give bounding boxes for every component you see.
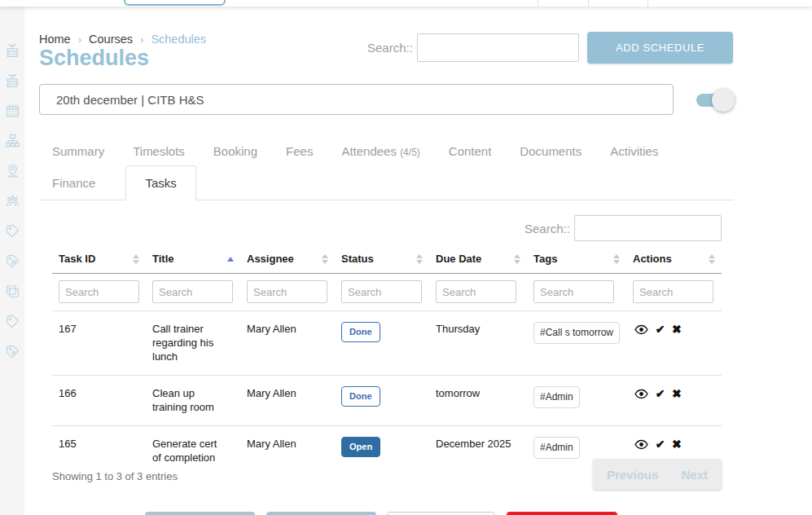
tab-tasks[interactable]: Tasks [125,165,195,200]
column-header-due-date[interactable]: Due Date [429,244,527,274]
breadcrumb-separator: › [78,33,81,46]
bottom-partial-button-3[interactable] [387,512,495,515]
task-due-cell: tomorrow [429,376,527,426]
sort-icon [322,254,328,264]
location-pin-icon[interactable] [5,163,20,178]
bottom-partial-button-1[interactable] [145,512,255,515]
column-header-title[interactable]: Title [146,244,240,274]
task-id-cell: 167 [52,311,146,376]
sort-icon [709,254,715,264]
schedules-search-input[interactable] [417,33,579,62]
table-entries-summary: Showing 1 to 3 of 3 entries [52,470,178,482]
sort-asc-icon [227,257,234,262]
page-title: Schedules [39,46,149,71]
attendees-count: (4/5) [400,147,420,158]
top-partial-outline-button[interactable] [124,0,226,6]
task-assignee-cell: Mary Allen [240,426,335,477]
column-filter-row [52,274,722,311]
view-task-icon[interactable] [634,387,648,402]
breadcrumb-schedules: Schedules [151,33,206,46]
task-assignee-cell: Mary Allen [240,311,335,376]
tasks-search-input[interactable] [574,215,722,241]
task-due-cell: December 2025 [429,426,527,477]
tab-activities[interactable]: Activities [610,144,658,158]
complete-task-icon[interactable]: ✔ [656,387,665,401]
filter-actions-input[interactable] [633,280,713,303]
tag-edit-icon[interactable] [5,344,20,359]
tag-icon[interactable] [5,223,20,239]
tag-icon[interactable] [5,314,20,329]
schedule-tabs: Summary Timeslots Booking Fees Attendees… [39,135,734,200]
tab-documents[interactable]: Documents [520,144,582,158]
bottom-partial-button-4[interactable] [507,512,617,515]
tasks-search-label: Search:: [525,222,570,235]
view-task-icon[interactable] [634,438,648,452]
tab-timeslots[interactable]: Timeslots [133,144,185,158]
filter-status-input[interactable] [341,280,422,303]
tab-summary[interactable]: Summary [52,144,104,158]
column-header-actions[interactable]: Actions [626,244,722,274]
column-header-task-id[interactable]: Task ID [52,244,146,274]
column-header-status[interactable]: Status [335,244,429,274]
task-id-cell: 166 [52,376,146,426]
tag-chip: #Admin [533,386,580,408]
courses-icon[interactable] [5,42,20,58]
tag-chip: #Call s tomorrow [533,322,620,344]
task-due-cell: Thursday [429,311,527,376]
tab-content[interactable]: Content [449,144,492,158]
copy-icon[interactable] [5,284,20,299]
status-badge: Done [341,386,380,407]
breadcrumb-separator: › [140,33,143,46]
filter-due-date-input[interactable] [436,280,516,303]
filter-tags-input[interactable] [533,280,614,303]
view-task-icon[interactable] [634,323,648,337]
task-id-cell: 165 [52,426,146,477]
topbar-divider [647,0,648,7]
users-icon[interactable] [5,193,20,209]
breadcrumb-home[interactable]: Home [39,33,71,46]
schedule-active-toggle[interactable] [696,93,734,108]
tab-fees[interactable]: Fees [286,144,313,158]
table-row: 166 Clean up training room Mary Allen Do… [52,376,722,426]
left-icon-sidebar [0,7,24,515]
top-navigation-bar [0,0,812,7]
filter-assignee-input[interactable] [247,280,327,303]
sort-icon [133,254,139,264]
table-row: 167 Call trainer regarding his lunch Mar… [52,311,722,376]
breadcrumb: Home›Courses›Schedules [39,33,206,46]
tag-chip: #Admin [533,437,580,459]
status-badge: Done [341,322,380,342]
column-header-assignee[interactable]: Assignee [240,244,335,274]
bottom-partial-button-2[interactable] [266,512,376,515]
column-header-tags[interactable]: Tags [527,244,626,274]
delete-task-icon[interactable]: ✖ [672,438,682,451]
sort-icon [613,254,620,264]
tab-finance[interactable]: Finance [52,176,95,200]
next-page-button[interactable]: Next [681,468,708,482]
tab-booking[interactable]: Booking [213,144,257,158]
sort-icon [416,254,423,264]
status-badge: Open [341,437,380,457]
task-title-cell: Generate cert of completion [146,426,240,477]
complete-task-icon[interactable]: ✔ [656,323,665,337]
filter-title-input[interactable] [152,280,233,303]
task-title-cell: Call trainer regarding his lunch [146,311,240,376]
topbar-divider [588,0,589,7]
filter-task-id-input[interactable] [59,280,139,303]
previous-page-button[interactable]: Previous [607,468,658,482]
calendar-icon[interactable] [5,103,20,118]
sitemap-icon[interactable] [5,133,20,148]
courses-icon[interactable] [5,73,20,88]
complete-task-icon[interactable]: ✔ [656,438,665,451]
schedule-select-input[interactable] [39,84,674,115]
task-title-cell: Clean up training room [146,376,240,426]
schedules-search-label: Search:: [367,41,413,55]
tab-attendees[interactable]: Attendees (4/5) [341,144,419,158]
add-schedule-button[interactable]: ADD SCHEDULE [587,32,733,64]
delete-task-icon[interactable]: ✖ [672,387,682,401]
toggle-knob [712,89,735,112]
breadcrumb-courses[interactable]: Courses [89,33,133,46]
delete-task-icon[interactable]: ✖ [672,323,682,337]
task-assignee-cell: Mary Allen [240,376,335,426]
tag-edit-icon[interactable] [5,253,20,269]
